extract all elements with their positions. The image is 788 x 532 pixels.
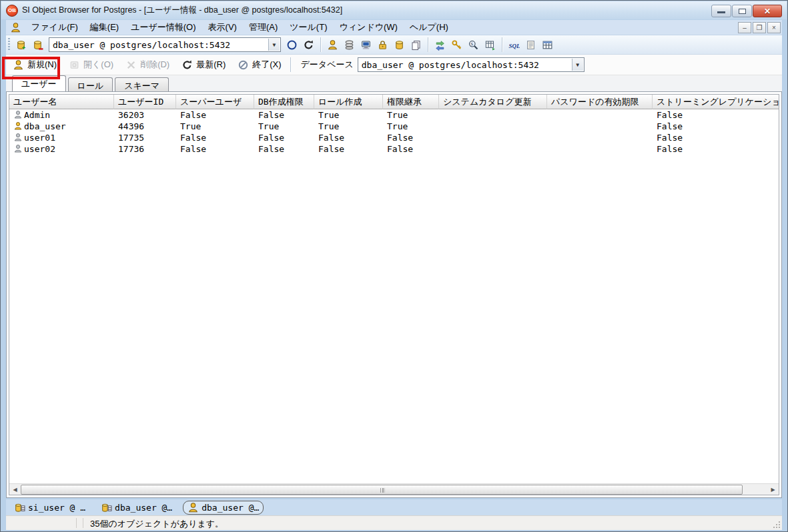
title-bar[interactable]: OB SI Object Browser for Postgres - [ユーザ… [1,1,787,19]
column-header-3[interactable]: スーパーユーザ [176,95,254,109]
statusbar-separator [76,518,77,528]
mdi-window-tab-3[interactable]: dba_user @… [183,501,264,515]
table-row-user01[interactable]: user0117735FalseFalseFalseFalseFalse [9,132,779,143]
connect-ring-button[interactable] [284,37,300,53]
column-header-5[interactable]: ロール作成 [314,95,383,109]
users-grid: ユーザー名ユーザーIDスーパーユーザDB作成権限ロール作成権限継承システムカタロ… [9,94,779,495]
chevron-down-icon[interactable]: ▼ [268,39,280,51]
mdi-window-tab-label: si_user @ … [28,503,85,513]
db-remove-button[interactable] [29,37,46,53]
mdi-system-user-icon[interactable] [10,22,21,33]
script-button[interactable] [522,37,539,53]
grid-header: ユーザー名ユーザーIDスーパーユーザDB作成権限ロール作成権限継承システムカタロ… [9,95,779,109]
reconnect-icon [303,39,314,51]
chevron-down-icon[interactable]: ▼ [572,59,583,71]
objects-copy-icon [410,39,422,51]
objects-copy-button[interactable] [408,37,424,53]
actions-toolbar: 新規(N)開く(O)削除(D)最新(R)終了(X) データベース dba_use… [6,55,782,75]
scrollbar-thumb[interactable] [21,485,743,495]
table-row-user02[interactable]: user0217736FalseFalseFalseFalseFalse [9,143,779,155]
lock-button[interactable] [374,37,391,53]
cell: True [176,121,254,131]
grid-button[interactable] [539,37,556,53]
cell: True [314,121,383,131]
svg-text:S: S [470,42,473,46]
column-header-2[interactable]: ユーザーID [114,95,176,109]
session-button[interactable] [358,37,374,53]
column-header-9[interactable]: ストリーミングレプリケーショ [653,95,779,109]
table-data-button[interactable] [482,37,498,53]
minimize-icon [717,11,725,13]
privilege-key-button[interactable] [448,37,465,53]
tablespace-button[interactable] [391,37,408,53]
status-bar: 35個のオブジェクトがあります。 [6,515,782,530]
table-row-dba_user[interactable]: dba_user44396TrueTrueTrueTrueFalse [9,121,779,132]
minimize-button[interactable] [711,5,731,17]
menu-item-2[interactable]: 編集(E) [84,20,125,35]
action-button-exit[interactable]: 終了(X) [232,57,286,73]
open-icon [69,59,80,71]
cell: 44396 [114,121,176,131]
reconnect-button[interactable] [300,37,317,53]
column-header-6[interactable]: 権限継承 [383,95,439,109]
user-new-icon [13,59,24,71]
user-button[interactable] [324,37,341,53]
sql-editor-button[interactable]: SQL [506,37,522,53]
cell: 36203 [114,110,176,120]
db-session-icon [14,502,25,513]
sql-search-button[interactable]: S [465,37,482,53]
connection-combobox[interactable]: dba_user @ postgres/localhost:5432 ▼ [49,37,281,52]
delete-x-icon [125,59,137,71]
menu-item-6[interactable]: ツール(T) [284,20,333,35]
close-icon: ✕ [753,5,781,17]
action-button-open: 開く(O) [63,57,119,73]
column-header-8[interactable]: パスワードの有効期限 [547,95,653,109]
user-icon [187,502,199,513]
mdi-minimize-button[interactable]: – [738,22,751,33]
action-button-label: 開く(O) [83,59,113,71]
action-button-user-new[interactable]: 新規(N) [7,57,62,73]
mdi-window-tab-1[interactable]: si_user @ … [9,501,90,515]
cell: False [383,133,439,143]
restore-button[interactable] [732,5,752,17]
tab-1[interactable]: ユーザー [12,75,66,91]
cell: False [176,110,254,120]
action-button-refresh[interactable]: 最新(R) [176,57,231,73]
cell: dba_user [9,121,114,131]
menu-item-1[interactable]: ファイル(F) [25,20,84,35]
tab-2[interactable]: ロール [68,77,113,91]
resize-grip[interactable] [773,521,781,529]
import-export-button[interactable] [432,37,448,53]
tab-3[interactable]: スキーマ [115,77,169,91]
menu-item-8[interactable]: ヘルプ(H) [404,20,454,35]
action-button-label: 終了(X) [252,59,281,71]
mdi-close-button[interactable]: × [767,22,781,33]
session-icon [360,39,372,51]
user-yellow-icon [13,121,23,131]
mdi-window-tab-2[interactable]: dba_user @… [96,501,177,515]
scroll-right-arrow-icon[interactable]: ▶ [767,484,779,495]
cell: False [653,133,779,143]
connect-ring-icon [286,39,298,51]
mdi-restore-button[interactable]: ❐ [753,22,766,33]
toolbar-grip[interactable] [8,38,10,51]
menu-item-3[interactable]: ユーザー情報(O) [125,20,202,35]
db-add-button[interactable]: + [13,37,29,53]
table-row-Admin[interactable]: Admin36203FalseFalseTrueTrueFalse [9,109,779,121]
horizontal-scrollbar[interactable]: ◀ ▶ [9,483,779,495]
scrollbar-track[interactable] [743,484,767,495]
column-header-4[interactable]: DB作成権限 [254,95,314,109]
scroll-left-arrow-icon[interactable]: ◀ [9,484,21,495]
databases-button[interactable] [341,37,358,53]
database-combobox[interactable]: dba_user @ postgres/localhost:5432 ▼ [358,57,584,72]
mdi-window-tab-label: dba_user @… [115,503,172,513]
column-header-7[interactable]: システムカタログ更新 [439,95,547,109]
cell: False [314,144,383,154]
action-button-label: 新規(N) [27,59,57,71]
column-header-1[interactable]: ユーザー名 [9,95,114,109]
close-button[interactable]: ✕ [753,5,782,17]
action-button-label: 最新(R) [196,59,226,71]
menu-item-7[interactable]: ウィンドウ(W) [333,20,403,35]
menu-item-4[interactable]: 表示(V) [202,20,243,35]
menu-item-5[interactable]: 管理(A) [243,20,284,35]
